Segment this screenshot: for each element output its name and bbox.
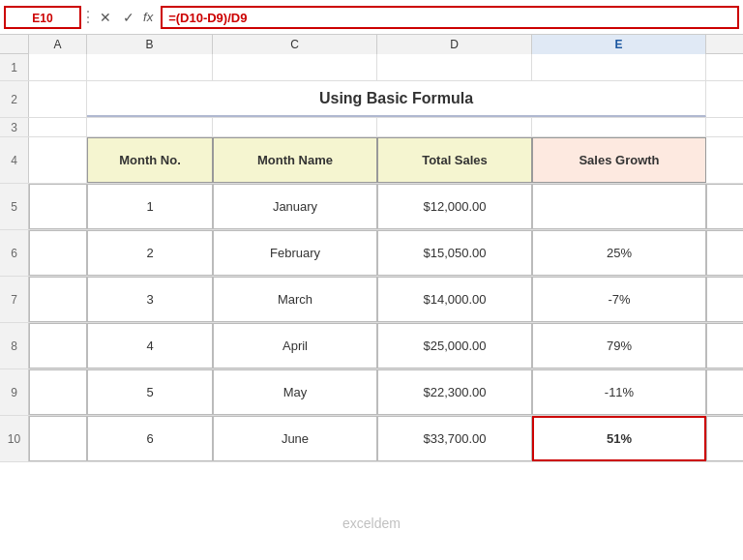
cell-total-sales-5[interactable]: $12,000.00 [377,184,532,229]
cell-sales-growth-8[interactable]: 79% [532,323,706,368]
cell-total-sales-header[interactable]: Total Sales [377,137,532,183]
cell-a8[interactable] [29,323,87,368]
row-num-10: 10 [0,416,29,461]
cell-total-sales-6[interactable]: $15,050.00 [377,230,532,276]
col-header-b[interactable]: B [87,35,213,54]
cell-sales-growth-6[interactable]: 25% [532,230,706,276]
col-header-c[interactable]: C [213,35,377,54]
cell-month-no-6[interactable]: 2 [87,230,213,276]
watermark: exceldem [342,516,401,531]
row-5: 5 1 January $12,000.00 [0,184,743,230]
row-10: 10 6 June $33,700.00 51% [0,416,743,462]
cell-sales-growth-10[interactable]: 51% [532,416,706,461]
formula-input[interactable]: =(D10-D9)/D9 [161,6,739,29]
cell-e1[interactable] [532,54,706,80]
cell-a9[interactable] [29,369,87,415]
cell-rest-10 [706,416,743,461]
cell-month-no-10[interactable]: 6 [87,416,213,461]
row-6: 6 2 February $15,050.00 25% [0,230,743,277]
cell-rest-1 [706,54,743,80]
row-4: 4 Month No. Month Name Total Sales Sales… [0,137,743,184]
row-num-7: 7 [0,277,29,322]
cell-month-name-5[interactable]: January [213,184,377,229]
cell-c3[interactable] [213,118,377,136]
cell-rest-7 [706,277,743,322]
row-num-5: 5 [0,184,29,229]
cell-month-name-8[interactable]: April [213,323,377,368]
cell-month-name-6[interactable]: February [213,230,377,276]
cell-d1[interactable] [377,54,532,80]
formula-bar-container: E10 ⋮ ✕ ✓ fx =(D10-D9)/D9 [0,0,743,35]
cell-e3[interactable] [532,118,706,136]
cell-rest-4 [706,137,743,183]
row-3: 3 [0,118,743,137]
cell-a2[interactable] [29,81,87,117]
cell-b3[interactable] [87,118,213,136]
row-num-3: 3 [0,118,29,136]
row-9: 9 5 May $22,300.00 -11% [0,369,743,416]
row-num-header [0,35,29,53]
col-header-rest [706,35,743,53]
cell-a7[interactable] [29,277,87,322]
cell-month-no-9[interactable]: 5 [87,369,213,415]
cancel-icon[interactable]: ✕ [95,7,116,28]
row-num-1: 1 [0,54,29,80]
col-header-a[interactable]: A [29,35,87,54]
cell-a1[interactable] [29,54,87,80]
column-headers: A B C D E [0,35,743,54]
row-num-6: 6 [0,230,29,276]
cell-total-sales-9[interactable]: $22,300.00 [377,369,532,415]
cell-sales-growth-7[interactable]: -7% [532,277,706,322]
cell-rest-2 [706,81,743,117]
cell-a5[interactable] [29,184,87,229]
toolbar-divider: ⋮ [85,8,91,26]
row-1: 1 [0,54,743,81]
spreadsheet-grid: 1 2 Using Basic Formula 3 4 Month No. Mo… [0,54,743,462]
formula-icons: ✕ ✓ [95,7,139,28]
cell-c1[interactable] [213,54,377,80]
confirm-icon[interactable]: ✓ [118,7,139,28]
row-num-9: 9 [0,369,29,415]
cell-d3[interactable] [377,118,532,136]
cell-total-sales-8[interactable]: $25,000.00 [377,323,532,368]
cell-month-name-10[interactable]: June [213,416,377,461]
row-2: 2 Using Basic Formula [0,81,743,118]
fx-label: fx [143,10,153,24]
cell-sales-growth-9[interactable]: -11% [532,369,706,415]
cell-rest-8 [706,323,743,368]
cell-rest-5 [706,184,743,229]
cell-total-sales-10[interactable]: $33,700.00 [377,416,532,461]
cell-a10[interactable] [29,416,87,461]
row-7: 7 3 March $14,000.00 -7% [0,277,743,323]
cell-b1[interactable] [87,54,213,80]
cell-month-no-5[interactable]: 1 [87,184,213,229]
cell-a6[interactable] [29,230,87,276]
name-box[interactable]: E10 [4,6,81,29]
cell-sales-growth-header[interactable]: Sales Growth [532,137,706,183]
cell-month-name-header[interactable]: Month Name [213,137,377,183]
cell-month-no-7[interactable]: 3 [87,277,213,322]
row-num-4: 4 [0,137,29,183]
row-8: 8 4 April $25,000.00 79% [0,323,743,369]
cell-month-no-header[interactable]: Month No. [87,137,213,183]
cell-total-sales-7[interactable]: $14,000.00 [377,277,532,322]
col-header-e[interactable]: E [532,35,706,54]
cell-rest-6 [706,230,743,276]
cell-title[interactable]: Using Basic Formula [87,81,706,117]
cell-sales-growth-5[interactable] [532,184,706,229]
cell-month-name-9[interactable]: May [213,369,377,415]
cell-rest-9 [706,369,743,415]
col-header-d[interactable]: D [377,35,532,54]
cell-month-no-8[interactable]: 4 [87,323,213,368]
row-num-8: 8 [0,323,29,368]
cell-month-name-7[interactable]: March [213,277,377,322]
row-num-2: 2 [0,81,29,117]
cell-a4[interactable] [29,137,87,183]
cell-a3[interactable] [29,118,87,136]
cell-rest-3 [706,118,743,136]
